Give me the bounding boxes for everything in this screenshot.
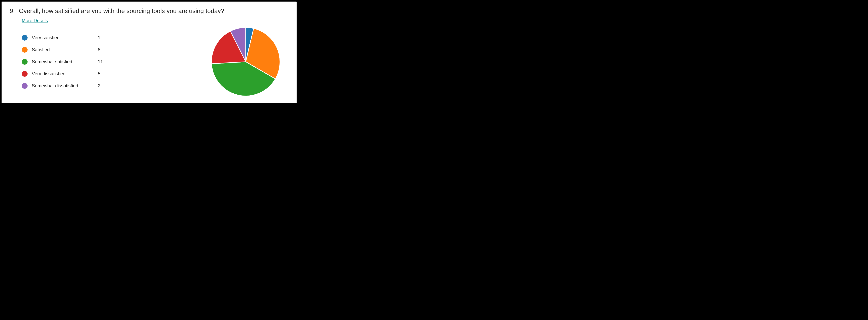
legend: Very satisfied 1 Satisfied 8 Somewhat sa…: [22, 32, 110, 92]
legend-label: Satisfied: [32, 47, 98, 52]
legend-label: Somewhat dissatisfied: [32, 83, 98, 89]
legend-value: 2: [98, 83, 110, 89]
legend-value: 5: [98, 71, 110, 77]
legend-swatch: [22, 59, 28, 65]
legend-item: Somewhat satisfied 11: [22, 56, 110, 68]
legend-item: Satisfied 8: [22, 44, 110, 56]
legend-swatch: [22, 71, 28, 77]
question-number: 9.: [10, 7, 17, 15]
survey-question-card: 9. Overall, how satisified are you with …: [2, 2, 297, 103]
legend-item: Somewhat dissatisfied 2: [22, 80, 110, 92]
more-details-link[interactable]: More Details: [22, 18, 48, 23]
legend-value: 1: [98, 35, 110, 40]
legend-swatch: [22, 83, 28, 89]
question-content: Very satisfied 1 Satisfied 8 Somewhat sa…: [10, 27, 288, 97]
pie-chart: [211, 27, 281, 97]
legend-item: Very satisfied 1: [22, 32, 110, 44]
legend-value: 11: [98, 59, 110, 64]
legend-label: Somewhat satisfied: [32, 59, 98, 64]
question-heading: 9. Overall, how satisified are you with …: [10, 7, 288, 15]
legend-value: 8: [98, 47, 110, 52]
legend-label: Very satisfied: [32, 35, 98, 40]
question-text: Overall, how satisified are you with the…: [19, 7, 224, 14]
legend-swatch: [22, 47, 28, 53]
legend-item: Very dissatisfied 5: [22, 68, 110, 80]
legend-label: Very dissatisfied: [32, 71, 98, 77]
pie-svg: [211, 27, 281, 97]
legend-swatch: [22, 35, 28, 40]
